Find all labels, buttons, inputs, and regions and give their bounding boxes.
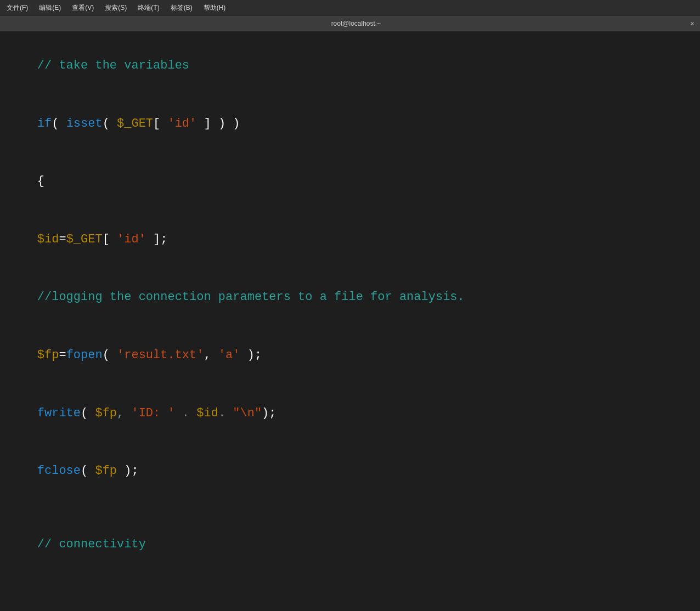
menu-bar: 文件(F) 编辑(E) 查看(V) 搜索(S) 终端(T) 标签(B) 帮助(H… bbox=[0, 0, 700, 16]
code-line-4: $id=$_GET[ 'id' ]; bbox=[8, 211, 692, 269]
code-editor[interactable]: // take the variables if( isset( $_GET[ … bbox=[0, 31, 700, 609]
menu-edit[interactable]: 编辑(E) bbox=[37, 2, 63, 14]
code-line-comment-connectivity: // connectivity bbox=[8, 516, 692, 574]
close-button[interactable]: × bbox=[690, 19, 695, 28]
menu-view[interactable]: 查看(V) bbox=[70, 2, 96, 14]
code-line-2: if( isset( $_GET[ 'id' ] ) ) bbox=[8, 95, 692, 153]
menu-help[interactable]: 帮助(H) bbox=[201, 2, 228, 14]
code-line-1: // take the variables bbox=[8, 37, 692, 95]
empty-line-2 bbox=[8, 573, 692, 589]
code-line-id-quote: $id = '"' . $id.'"'; bbox=[8, 589, 692, 609]
code-line-5: //logging the connection parameters to a… bbox=[8, 268, 692, 326]
menu-tags[interactable]: 标签(B) bbox=[168, 2, 195, 14]
code-line-6: $fp=fopen( 'result.txt', 'a' ); bbox=[8, 326, 692, 384]
code-line-8: fclose( $fp ); bbox=[8, 442, 692, 500]
menu-terminal[interactable]: 终端(T) bbox=[136, 2, 161, 14]
menu-search[interactable]: 搜索(S) bbox=[103, 2, 129, 14]
menu-file[interactable]: 文件(F) bbox=[4, 2, 30, 14]
window-title: root@localhost:~ bbox=[22, 20, 690, 27]
empty-line-1 bbox=[8, 500, 692, 516]
keyword-if: if bbox=[37, 117, 52, 131]
code-line-7: fwrite( $fp, 'ID: ' . $id. "\n"); bbox=[8, 384, 692, 442]
code-line-3: { bbox=[8, 152, 692, 211]
title-bar: root@localhost:~ × bbox=[0, 16, 700, 31]
comment-take-variables: // take the variables bbox=[37, 59, 189, 72]
